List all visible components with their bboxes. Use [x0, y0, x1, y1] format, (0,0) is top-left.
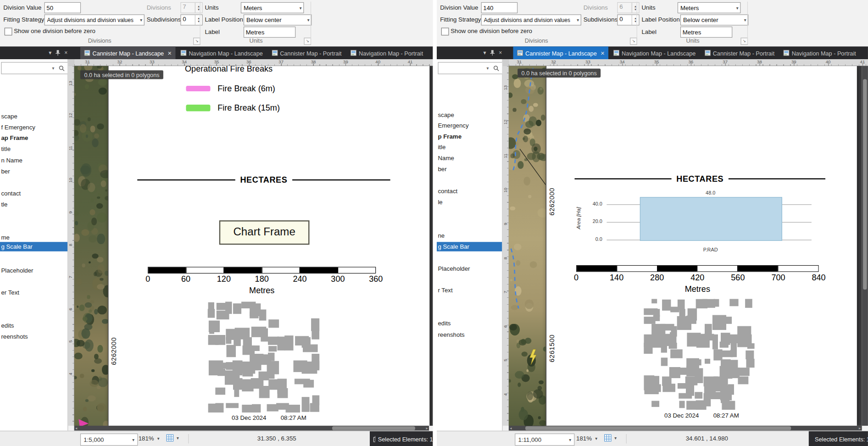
close-icon[interactable]: × — [168, 49, 172, 57]
scroll-right-icon[interactable]: ▸ — [426, 426, 428, 431]
horizontal-scrollbar[interactable]: ◂ ▸ — [74, 426, 429, 431]
contents-item[interactable]: edits — [438, 319, 451, 329]
chevron-down-icon[interactable]: ▾ — [49, 50, 51, 56]
document-tab[interactable]: Cannister Map - Landscape× — [513, 46, 609, 59]
spinner-up-icon[interactable]: ▴ — [198, 17, 200, 20]
contents-item[interactable]: n Name — [1, 156, 22, 165]
label-input[interactable] — [244, 27, 295, 38]
division-value-input[interactable] — [45, 2, 81, 13]
document-tab[interactable]: Navigation Map - Landscape — [177, 46, 267, 59]
scale-bar[interactable]: 0140280420560700840 Metres — [576, 265, 818, 294]
contents-item[interactable]: er Text — [1, 288, 19, 297]
contents-item[interactable]: tle — [1, 200, 7, 210]
contents-item[interactable]: f Emergency — [1, 123, 35, 133]
chevron-down-icon[interactable]: ▾ — [484, 50, 486, 56]
show-division-checkbox[interactable] — [441, 28, 449, 35]
document-tab[interactable]: Cannister Map - Landscape× — [80, 46, 176, 59]
layout-page[interactable]: Operational Fire Breaks Fire Break (6m) … — [108, 66, 429, 426]
scroll-left-icon[interactable]: ◂ — [75, 426, 77, 431]
document-tab[interactable]: Cannister Map - Portrait — [268, 46, 345, 59]
contents-item[interactable]: edits — [1, 321, 14, 331]
close-icon[interactable]: × — [499, 50, 502, 56]
units-group-launcher[interactable]: ↘ — [740, 38, 748, 45]
close-icon[interactable]: × — [601, 49, 604, 57]
layout-canvas[interactable]: Operational Fire Breaks Fire Break (6m) … — [74, 66, 433, 426]
search-input[interactable]: ▾ — [438, 62, 502, 74]
vertical-scrollbar[interactable] — [862, 66, 868, 426]
zoom-control[interactable]: 181%▾ — [139, 435, 160, 441]
map-scale-combo[interactable]: 1:5,000▾ — [80, 434, 138, 446]
document-tab[interactable]: Navigation Map - Portrait — [347, 46, 427, 59]
picture-placeholder[interactable] — [644, 299, 754, 410]
selected-elements-badge[interactable]: Selected Elements: 1 — [809, 431, 868, 446]
contents-item[interactable]: title — [1, 145, 11, 154]
selected-elements-badge[interactable]: Selected Elements: 1 — [370, 431, 433, 446]
contents-item[interactable]: Placeholder — [1, 266, 33, 275]
spinner-down-icon[interactable]: ▾ — [198, 20, 200, 23]
contents-item[interactable]: ne — [438, 231, 445, 240]
scrollbar-thumb[interactable] — [525, 426, 791, 430]
snapping-grid-button[interactable]: ▾ — [604, 434, 617, 442]
close-icon[interactable]: × — [64, 50, 67, 56]
chart[interactable]: 0.020.040.048.0P.RADArea [Ha] — [575, 190, 812, 258]
contents-item[interactable]: scape — [438, 110, 454, 120]
map-frame-imagery[interactable] — [74, 66, 108, 426]
map-frame-imagery[interactable] — [509, 66, 546, 426]
contents-item[interactable]: scape — [1, 112, 17, 122]
units-combo[interactable]: Meters▾ — [241, 2, 304, 13]
contents-item[interactable]: Emergency — [438, 121, 468, 130]
divisions-group-launcher[interactable]: ↘ — [630, 38, 637, 45]
contents-item[interactable]: me — [1, 233, 9, 243]
contents-item[interactable]: p Frame — [438, 132, 462, 141]
contents-item[interactable]: ber — [1, 167, 10, 176]
section-title-hectares[interactable]: HECTARES — [137, 175, 390, 184]
contents-item[interactable]: le — [438, 198, 442, 207]
scroll-right-icon[interactable]: ▸ — [859, 426, 861, 431]
contents-item[interactable]: g Scale Bar — [0, 242, 67, 251]
contents-item[interactable]: g Scale Bar — [437, 242, 502, 251]
document-tab[interactable]: Cannister Map - Portrait — [701, 46, 778, 59]
map-scale-combo[interactable]: 1:11,000▾ — [515, 434, 574, 446]
scrollbar-thumb[interactable] — [332, 426, 415, 430]
contents-item[interactable]: r Text — [438, 286, 452, 295]
show-division-checkbox[interactable] — [5, 28, 12, 35]
pin-icon[interactable] — [490, 50, 495, 56]
contents-item[interactable]: Name — [438, 153, 454, 163]
legend[interactable]: Operational Fire Breaks Fire Break (6m) … — [185, 66, 351, 125]
units-group-launcher[interactable]: ↘ — [304, 38, 311, 45]
document-tab[interactable]: Navigation Map - Landscape — [609, 46, 699, 59]
snapping-grid-button[interactable]: ▾ — [166, 434, 179, 442]
chevron-down-icon[interactable]: ▾ — [487, 66, 489, 71]
picture-placeholder[interactable] — [207, 302, 319, 413]
subdivisions-spinner[interactable]: 0 ▴▾ — [617, 14, 639, 25]
spinner-up-icon[interactable]: ▴ — [634, 17, 636, 20]
divisions-group-launcher[interactable]: ↘ — [193, 38, 200, 45]
pin-icon[interactable] — [56, 50, 61, 56]
label-position-combo[interactable]: Below center▾ — [680, 14, 748, 25]
contents-item[interactable]: ber — [438, 164, 446, 174]
fitting-strategy-combo[interactable]: Adjust divisions and division values▾ — [45, 14, 145, 25]
layout-canvas[interactable]: HECTARES 0.020.040.048.0P.RADArea [Ha] 0… — [509, 66, 862, 426]
document-tab[interactable]: Navigation Map - Portrait — [779, 46, 860, 59]
chevron-down-icon[interactable]: ▾ — [52, 66, 54, 71]
contents-item[interactable]: itle — [438, 142, 445, 152]
zoom-control[interactable]: 181%▾ — [576, 435, 597, 441]
layout-page[interactable]: HECTARES 0.020.040.048.0P.RADArea [Ha] 0… — [546, 66, 857, 426]
search-input[interactable]: ▾ — [1, 62, 68, 74]
label-position-combo[interactable]: Below center▾ — [244, 14, 312, 25]
horizontal-scrollbar[interactable]: ◂ ▸ — [509, 426, 862, 431]
section-title-hectares[interactable]: HECTARES — [574, 174, 825, 184]
contents-item[interactable]: ap Frame — [1, 134, 28, 143]
contents-item[interactable]: contact — [438, 187, 457, 196]
fitting-strategy-combo[interactable]: Adjust divisions and division values▾ — [481, 14, 581, 25]
division-value-input[interactable] — [481, 2, 518, 13]
spinner-down-icon[interactable]: ▾ — [634, 20, 636, 23]
scale-bar[interactable]: 060120180240300360 Metres — [148, 267, 376, 296]
contents-item[interactable]: Placeholder — [438, 264, 470, 274]
label-input[interactable] — [680, 27, 732, 38]
contents-item[interactable]: reenshots — [1, 332, 28, 342]
subdivisions-spinner[interactable]: 0 ▴▾ — [180, 14, 202, 25]
units-combo[interactable]: Meters▾ — [678, 2, 741, 13]
contents-item[interactable]: reenshots — [438, 330, 464, 340]
scroll-left-icon[interactable]: ◂ — [510, 426, 512, 431]
